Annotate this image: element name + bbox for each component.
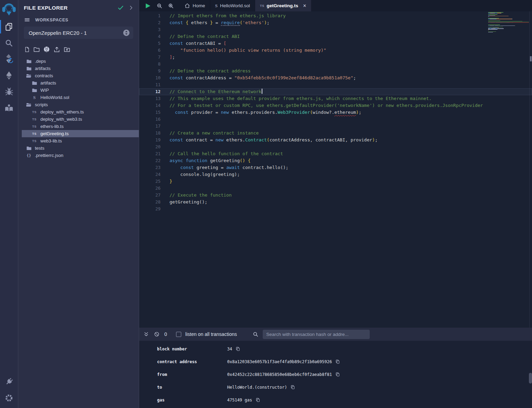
clear-console-icon[interactable]	[154, 331, 159, 337]
tree-item-web3-lib.ts[interactable]: TSweb3-lib.ts	[22, 137, 139, 145]
tree-item-artifacts[interactable]: artifacts	[22, 65, 139, 72]
hamburger-menu-icon[interactable]	[24, 17, 30, 23]
tab-getGreeting.ts[interactable]: TSgetGreeting.ts×	[255, 0, 311, 11]
editor-minimap[interactable]	[488, 12, 529, 33]
activity-remix-logo[interactable]	[0, 0, 18, 19]
line-number: 14	[139, 102, 161, 109]
transaction-detail-row: toHelloWorld.(constructor)	[139, 381, 532, 394]
detail-value: 475149 gas	[227, 398, 252, 402]
tree-item-getGreeting.ts[interactable]: TSgetGreeting.ts	[22, 130, 139, 137]
close-tab-icon[interactable]: ×	[303, 3, 306, 9]
copy-icon[interactable]	[335, 359, 340, 364]
activity-deploy-and-run[interactable]	[0, 67, 18, 83]
learneth-icon	[4, 104, 13, 112]
code-line-1[interactable]: 1// Import ethers from the ethers.js lib…	[139, 12, 532, 19]
detail-value: HelloWorld.(constructor)	[227, 385, 287, 390]
activity-debugger[interactable]	[0, 83, 18, 100]
tree-item-tests[interactable]: tests	[22, 145, 139, 152]
folder-open-icon	[26, 73, 32, 79]
editor-scrollbar-thumb[interactable]	[530, 56, 532, 61]
tree-item-deploy_with_ethers.ts[interactable]: TSdeploy_with_ethers.ts	[22, 108, 139, 116]
zoom-in-icon[interactable]	[168, 3, 174, 9]
code-line-10[interactable]: 10const contractAddress = "0xb54febb5c0c…	[139, 74, 532, 81]
code-line-3[interactable]: 3	[139, 26, 532, 33]
new-folder-icon[interactable]	[33, 46, 40, 53]
code-line-13[interactable]: 13// This example uses the default provi…	[139, 95, 532, 102]
activity-search[interactable]	[0, 35, 18, 51]
workspace-dropdown-icon[interactable]	[123, 29, 130, 37]
line-number: 18	[139, 130, 161, 137]
line-number: 5	[139, 40, 161, 47]
folder-icon	[31, 88, 37, 93]
copy-icon[interactable]	[335, 372, 340, 377]
chevron-right-icon[interactable]	[128, 5, 134, 11]
listen-transactions-checkbox[interactable]	[176, 332, 181, 337]
tree-item-scripts[interactable]: scripts	[22, 101, 139, 108]
activity-file-explorer[interactable]	[0, 19, 18, 35]
code-line-19[interactable]: 19const contract = new ethers.Contract(c…	[139, 137, 532, 143]
code-line-6[interactable]: 6 "function hello() public view returns …	[139, 47, 532, 54]
code-line-22[interactable]: 22async function getGreeting() {	[139, 157, 532, 164]
code-line-4[interactable]: 4// Define the contract ABI	[139, 33, 532, 40]
code-line-17[interactable]: 17	[139, 123, 532, 130]
line-number: 21	[139, 150, 161, 157]
activity-plugin-manager[interactable]	[0, 374, 18, 390]
page-title: FILE EXPLORER	[24, 5, 113, 11]
code-line-8[interactable]: 8	[139, 61, 532, 68]
copy-icon[interactable]	[235, 346, 240, 351]
run-script-button[interactable]	[144, 2, 151, 9]
tree-item-artifacts[interactable]: artifacts	[22, 79, 139, 87]
upload-file-icon[interactable]	[53, 46, 60, 53]
code-line-9[interactable]: 9// Define the contract address	[139, 68, 532, 74]
zoom-out-icon[interactable]	[156, 3, 163, 9]
activity-learneth[interactable]	[0, 100, 18, 116]
tab-Home[interactable]: Home	[180, 0, 210, 11]
activity-settings[interactable]	[0, 390, 18, 406]
code-line-24[interactable]: 24 console.log(greeting);	[139, 171, 532, 178]
tree-item-.prettierrc.json[interactable]: {}.prettierrc.json	[22, 152, 139, 159]
terminal-scrollbar-thumb[interactable]	[529, 373, 532, 384]
activity-solidity-compiler[interactable]	[0, 51, 18, 67]
tree-item-contracts[interactable]: contracts	[22, 72, 139, 79]
tree-item-WIP[interactable]: WIP	[22, 87, 139, 94]
code-line-7[interactable]: 7];	[139, 54, 532, 61]
workspace-name: OpenZeppelin ERC20 - 1	[29, 30, 123, 36]
code-line-27[interactable]: 27// Execute the function	[139, 192, 532, 199]
code-line-26[interactable]: 26	[139, 185, 532, 192]
tree-item-HelloWorld.sol[interactable]: SHelloWorld.sol	[22, 94, 139, 101]
code-line-11[interactable]: 11	[139, 81, 532, 88]
code-line-23[interactable]: 23 const greeting = await contract.hello…	[139, 164, 532, 171]
terminal-expand-icon[interactable]	[143, 331, 149, 337]
tree-item-label: ethers-lib.ts	[40, 124, 64, 129]
code-line-15[interactable]: 15 const provider = new ethers.providers…	[139, 109, 532, 116]
code-line-5[interactable]: 5const contractABI = [	[139, 40, 532, 47]
upload-folder-icon[interactable]	[64, 46, 70, 53]
home-icon	[184, 3, 190, 9]
new-file-icon[interactable]	[24, 46, 30, 53]
code-line-18[interactable]: 18// Create a new contract instance	[139, 130, 532, 137]
code-line-28[interactable]: 28getGreeting();	[139, 199, 532, 206]
code-line-14[interactable]: 14// For a testnet or custom RPC, use et…	[139, 102, 532, 109]
line-content: const { ethers } = require('ethers');	[170, 19, 270, 26]
code-line-12[interactable]: 12// Connect to the Ethereum network	[139, 88, 532, 95]
copy-icon[interactable]	[255, 397, 260, 402]
tree-item-deploy_with_web3.ts[interactable]: TSdeploy_with_web3.ts	[22, 116, 139, 123]
tree-item-ethers-lib.ts[interactable]: TSethers-lib.ts	[22, 123, 139, 130]
transaction-detail-row: gas475149 gas	[139, 394, 532, 406]
copy-icon[interactable]	[290, 385, 295, 390]
github-icon[interactable]	[43, 46, 50, 53]
tree-item-.deps[interactable]: .deps	[22, 58, 139, 65]
code-line-2[interactable]: 2const { ethers } = require('ethers');	[139, 19, 532, 26]
code-editor[interactable]: 1// Import ethers from the ethers.js lib…	[139, 11, 532, 328]
workspace-selector[interactable]: OpenZeppelin ERC20 - 1	[24, 27, 133, 39]
code-line-21[interactable]: 21// Call the hello function of the cont…	[139, 150, 532, 157]
line-content: ];	[170, 54, 175, 61]
code-line-16[interactable]: 16	[139, 116, 532, 123]
code-line-20[interactable]: 20	[139, 143, 532, 150]
tab-HelloWorld.sol[interactable]: SHelloWorld.sol	[210, 0, 255, 11]
code-line-29[interactable]: 29	[139, 206, 532, 212]
detail-label: contract address	[157, 359, 227, 364]
code-line-25[interactable]: 25}	[139, 178, 532, 185]
check-icon[interactable]	[117, 4, 124, 11]
terminal-search-input[interactable]	[263, 330, 370, 339]
